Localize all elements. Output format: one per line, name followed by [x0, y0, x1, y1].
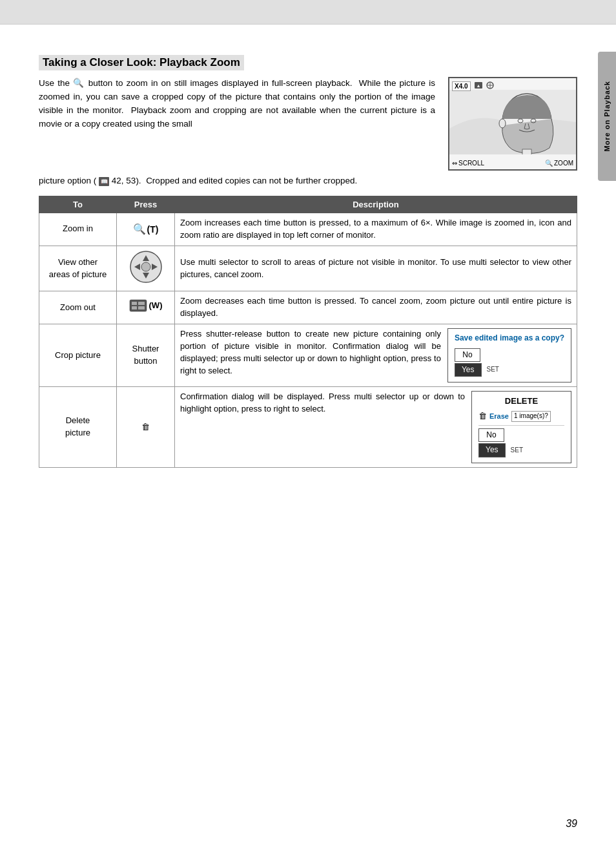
svg-point-16 [141, 262, 150, 271]
delete-no-option: No [478, 428, 564, 442]
delete-yes-option: Yes SET [478, 443, 564, 457]
playback-zoom-table: To Press Description Zoom in 🔍 (T) Zoom … [39, 196, 577, 468]
intro-text: Use the 🔍 button to zoom in on still ima… [39, 77, 435, 131]
zoom-in-description: Zoom increases each time button is press… [180, 218, 571, 240]
cell-to-crop: Crop picture [39, 324, 117, 387]
svg-rect-20 [132, 306, 137, 309]
page-container: More on Playback Taking a Closer Look: P… [0, 0, 616, 849]
trash-icon: 🗑 [141, 422, 150, 432]
zoom-out-icon: (W) [129, 299, 163, 312]
svg-rect-21 [138, 306, 145, 309]
delete-dialog-box: DELETE 🗑 Erase 1 image(s)? No Yes [471, 391, 571, 463]
right-side-tab: More on Playback [598, 52, 616, 181]
page-number: 39 [566, 818, 577, 830]
delete-desc-inner: Confirmation dialog will be displayed. P… [180, 391, 571, 463]
dialog-no-box: No [455, 348, 480, 362]
table-row: Zoom in 🔍 (T) Zoom increases each time b… [39, 213, 577, 246]
erase-label: Erase [489, 412, 509, 422]
zoom-out-label: Zoom out [60, 302, 96, 312]
intro-section: Use the 🔍 button to zoom in on still ima… [39, 77, 577, 171]
magnifier-plus-icon: 🔍 [133, 222, 146, 236]
svg-rect-10 [522, 149, 531, 154]
cell-to-delete: Deletepicture [39, 387, 117, 467]
camera-preview-box: X4.0 ▲ [448, 77, 577, 171]
table-header-row: To Press Description [39, 196, 577, 213]
cell-desc-zoom-in: Zoom increases each time button is press… [175, 213, 577, 246]
cell-desc-view-other: Use multi selector to scroll to areas of… [175, 246, 577, 291]
cell-desc-zoom-out: Zoom decreases each time button is press… [175, 291, 577, 324]
zoom-in-icon: 🔍 (T) [133, 222, 159, 236]
crop-description-text: Press shutter-release button to create n… [180, 328, 441, 377]
dialog-no-option: No [455, 348, 564, 362]
preview-top-icons: ▲ [475, 81, 500, 90]
delete-description-text: Confirmation dialog will be displayed. P… [180, 391, 465, 415]
zoom-out-description: Zoom decreases each time button is press… [180, 296, 571, 318]
svg-rect-17 [130, 300, 147, 311]
book-icon: 📖 [99, 177, 109, 186]
table-row: Crop picture Shutterbutton Press shutter… [39, 324, 577, 387]
crop-label: Crop picture [55, 350, 101, 360]
view-other-description: Use multi selector to scroll to areas of… [180, 257, 571, 279]
multi-selector-icon [129, 250, 163, 284]
zoom-in-label: Zoom in [63, 224, 93, 233]
zoom-label-preview: ZOOM [554, 160, 573, 167]
delete-dialog-title: DELETE [478, 395, 564, 408]
cell-press-zoom-out: (W) [117, 291, 175, 324]
delete-yes-box: Yes [478, 443, 506, 457]
trash-icon-small: 🗑 [478, 410, 487, 423]
right-tab-label: More on Playback [603, 81, 611, 152]
zoom-out-button-icon [129, 299, 147, 312]
cell-press-trash: 🗑 [117, 387, 175, 467]
face-svg [449, 90, 576, 154]
set-label-crop: SET [487, 365, 499, 375]
dialog-yes-box: Yes [455, 363, 482, 377]
table-row: Deletepicture 🗑 Confirmation dialog will… [39, 387, 577, 467]
delete-dialog-erase-row: 🗑 Erase 1 image(s)? [478, 410, 564, 426]
cell-to-zoom-out: Zoom out [39, 291, 117, 324]
svg-rect-19 [138, 302, 145, 305]
set-label-delete: SET [511, 446, 523, 456]
save-dialog-box: Save edited image as a copy? No Yes SET [447, 328, 571, 383]
preview-zoom-level: X4.0 [452, 81, 471, 91]
arrow-icon: ⇔ [452, 160, 457, 167]
crop-desc-inner: Press shutter-release button to create n… [180, 328, 571, 383]
delete-no-box: No [478, 428, 504, 442]
cell-press-shutter: Shutterbutton [117, 324, 175, 387]
intro-paragraph: Use the 🔍 button to zoom in on still ima… [39, 78, 435, 129]
scroll-label: SCROLL [458, 160, 484, 167]
magnifier-icon: 🔍 [545, 160, 553, 167]
col-header-press: Press [117, 196, 175, 213]
cell-desc-delete: Confirmation dialog will be displayed. P… [175, 387, 577, 467]
svg-rect-18 [132, 302, 137, 305]
preview-scroll-section: ⇔ SCROLL [452, 160, 484, 167]
shutter-label: Shutterbutton [132, 344, 159, 366]
col-header-description: Description [175, 196, 577, 213]
view-other-label: View otherareas of picture [49, 257, 107, 279]
table-row: View otherareas of picture [39, 246, 577, 291]
preview-top-bar: X4.0 ▲ [452, 81, 573, 91]
cell-to-view-other: View otherareas of picture [39, 246, 117, 291]
preview-zoom-section: 🔍 ZOOM [545, 160, 573, 167]
table-row: Zoom out (W) [39, 291, 577, 324]
delete-label: Deletepicture [65, 415, 90, 437]
section-title: Taking a Closer Look: Playback Zoom [39, 55, 244, 70]
col-header-to: To [39, 196, 117, 213]
cell-press-zoom-in: 🔍 (T) [117, 213, 175, 246]
top-tab-bar [0, 0, 616, 25]
preview-icons: ▲ [475, 81, 500, 91]
save-dialog-title: Save edited image as a copy? [455, 333, 564, 344]
cell-desc-crop: Press shutter-release button to create n… [175, 324, 577, 387]
w-label: (W) [149, 300, 163, 312]
erase-count: 1 image(s)? [511, 411, 551, 422]
svg-text:▲: ▲ [476, 83, 480, 88]
dialog-yes-option: Yes SET [455, 363, 564, 377]
cell-to-zoom-in: Zoom in [39, 213, 117, 246]
preview-bottom-bar: ⇔ SCROLL 🔍 ZOOM [452, 160, 573, 167]
svg-point-9 [499, 119, 506, 128]
cell-press-multi-selector [117, 246, 175, 291]
intro-continuation: picture option ( 📖 42, 53). Cropped and … [39, 174, 577, 188]
t-label: (T) [147, 223, 159, 236]
